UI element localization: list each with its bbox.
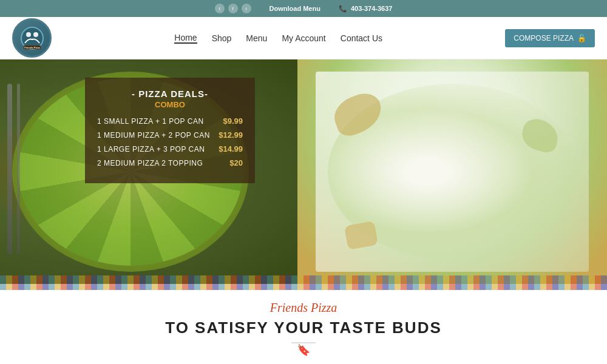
nav-home[interactable]: Home: [174, 33, 197, 44]
logo[interactable]: Friends Pizza: [12, 18, 52, 58]
deal-name-1: 1 SMALL PIZZA + 1 POP CAN: [97, 117, 204, 126]
deals-title: - PIZZA DEALS-: [97, 89, 243, 99]
deal-price-2: $12.99: [219, 130, 243, 140]
nav-my-account[interactable]: My Account: [282, 33, 325, 43]
deal-row-3: 1 LARGE PIZZA + 3 POP CAN $14.99: [97, 144, 243, 153]
main-header: Friends Pizza Home Shop Menu My Account …: [0, 17, 607, 59]
deal-row-2: 1 MEDIUM PIZZA + 2 POP CAN $12.99: [97, 130, 243, 140]
deal-name-2: 1 MEDIUM PIZZA + 2 POP CAN: [97, 131, 210, 140]
hero-section: - PIZZA DEALS- COMBO 1 SMALL PIZZA + 1 P…: [0, 59, 607, 284]
nav-shop[interactable]: Shop: [212, 33, 232, 43]
deal-price-4: $20: [229, 158, 243, 167]
bottom-section: Friends Pizza TO SATISFY YOUR TASTE BUDS…: [0, 284, 607, 364]
top-bar: t f i Download Menu 📞 403-374-3637: [0, 0, 607, 17]
deals-subtitle: COMBO: [97, 100, 243, 109]
deal-row-1: 1 SMALL PIZZA + 1 POP CAN $9.99: [97, 116, 243, 126]
svg-point-2: [33, 32, 38, 37]
download-menu-link[interactable]: Download Menu: [270, 5, 320, 12]
nav-menu[interactable]: Menu: [246, 33, 267, 43]
instagram-icon[interactable]: i: [242, 4, 251, 13]
deal-price-1: $9.99: [223, 116, 243, 126]
social-links: t f i: [215, 4, 251, 13]
deal-row-4: 2 MEDIUM PIZZA 2 TOPPING $20: [97, 158, 243, 167]
logo-circle: Friends Pizza: [12, 18, 52, 58]
phone-number: 📞 403-374-3637: [339, 5, 393, 13]
phone-icon: 📞: [339, 5, 347, 13]
tagline-section: Friends Pizza TO SATISFY YOUR TASTE BUDS…: [0, 290, 607, 363]
tagline-main: TO SATISFY YOUR TASTE BUDS: [0, 318, 607, 337]
twitter-icon[interactable]: t: [215, 4, 225, 13]
deco-border: [0, 275, 607, 284]
nav-contact-us[interactable]: Contact Us: [341, 33, 382, 43]
bookmark-icon: 🔖: [0, 343, 607, 357]
deal-price-3: $14.99: [219, 144, 243, 153]
compose-pizza-button[interactable]: COMPOSE PIZZA 🔓: [505, 29, 595, 47]
deal-name-3: 1 LARGE PIZZA + 3 POP CAN: [97, 145, 205, 153]
facebook-icon[interactable]: f: [228, 4, 238, 13]
svg-point-1: [26, 32, 31, 37]
hero-left-image: - PIZZA DEALS- COMBO 1 SMALL PIZZA + 1 P…: [0, 59, 297, 284]
compose-icon: 🔓: [577, 34, 586, 42]
deals-box: - PIZZA DEALS- COMBO 1 SMALL PIZZA + 1 P…: [85, 78, 255, 183]
hero-right-image: [297, 59, 607, 284]
tagline-script: Friends Pizza: [0, 301, 607, 315]
color-strip: [0, 284, 607, 290]
deal-name-4: 2 MEDIUM PIZZA 2 TOPPING: [97, 159, 203, 167]
main-nav: Home Shop Menu My Account Contact Us: [174, 33, 382, 44]
svg-text:Friends Pizza: Friends Pizza: [24, 46, 40, 49]
